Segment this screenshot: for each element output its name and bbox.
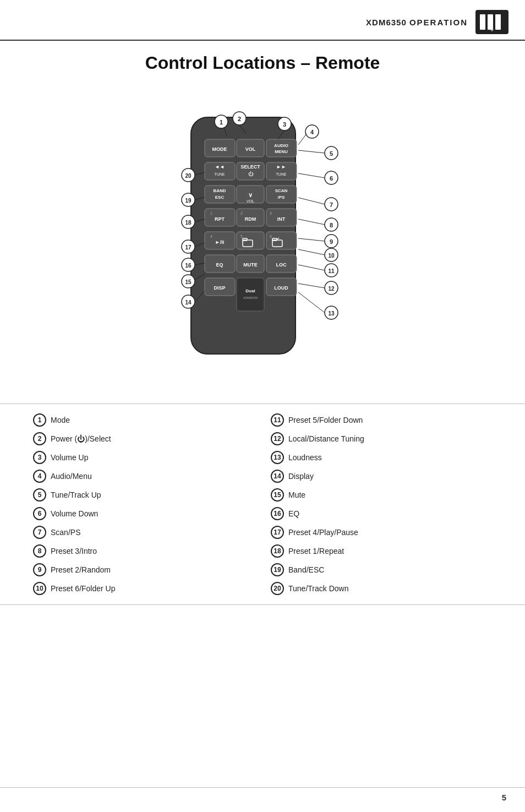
legend-item: 12Local/Distance Tuning — [271, 430, 492, 447]
legend-num: 7 — [33, 526, 46, 539]
svg-text:LOUD: LOUD — [274, 285, 288, 291]
svg-text:INT: INT — [277, 216, 286, 222]
svg-line-87 — [298, 219, 325, 225]
legend-num: 16 — [271, 507, 284, 520]
header: XDM6350 OPERATION ® — [0, 0, 525, 41]
legend-label: Band/ESC — [288, 565, 324, 574]
svg-text:1: 1 — [210, 211, 212, 215]
section-name: OPERATION — [409, 18, 468, 27]
svg-text:⏻: ⏻ — [248, 171, 254, 177]
svg-text:19: 19 — [185, 198, 192, 204]
svg-text:3: 3 — [270, 211, 272, 215]
legend-num: 18 — [271, 544, 284, 558]
legend-num: 19 — [271, 563, 284, 576]
legend-label: Audio/Menu — [51, 472, 92, 481]
legend-label: EQ — [288, 509, 299, 518]
legend-num: 9 — [33, 563, 46, 576]
svg-text:18: 18 — [185, 220, 192, 226]
svg-text:®: ® — [490, 28, 494, 32]
svg-text:2: 2 — [240, 211, 243, 215]
svg-text:∨: ∨ — [248, 192, 253, 198]
svg-rect-1 — [488, 14, 493, 30]
svg-text:17: 17 — [185, 244, 192, 250]
svg-text:XDM6350: XDM6350 — [243, 296, 258, 299]
legend-num: 15 — [271, 488, 284, 502]
svg-line-75 — [298, 134, 307, 145]
svg-text:SELECT: SELECT — [240, 164, 260, 170]
svg-text:DISP: DISP — [214, 285, 225, 291]
svg-text:MUTE: MUTE — [243, 262, 258, 268]
legend-item: 14Display — [271, 468, 492, 484]
legend-item: 3Volume Up — [33, 449, 254, 466]
svg-text:5: 5 — [330, 150, 333, 157]
svg-text:7: 7 — [330, 201, 333, 208]
legend-item: 11Preset 5/Folder Down — [271, 412, 492, 428]
svg-text:3: 3 — [283, 121, 286, 128]
svg-line-99 — [298, 284, 325, 288]
svg-text:TUNE: TUNE — [276, 172, 286, 176]
svg-line-81 — [298, 173, 325, 178]
remote-svg: MODE VOL AUDIO MENU ◄◄ TUNE SELECT ⏻ ►► … — [103, 84, 422, 398]
svg-text:6: 6 — [270, 235, 272, 238]
legend-label: Display — [288, 472, 314, 481]
legend-label: Volume Down — [51, 509, 98, 518]
svg-text:2: 2 — [238, 116, 241, 122]
svg-text:SCAN: SCAN — [275, 188, 288, 193]
legend-label: Preset 2/Random — [51, 565, 111, 574]
svg-line-93 — [298, 249, 325, 255]
legend-item: 6Volume Down — [33, 505, 254, 522]
legend-num: 13 — [271, 451, 284, 464]
legend: 1Mode11Preset 5/Folder Down2Power (⏻)/Se… — [0, 404, 525, 605]
legend-item: 4Audio/Menu — [33, 468, 254, 484]
svg-line-96 — [298, 265, 325, 270]
svg-rect-9 — [266, 139, 297, 157]
legend-item: 15Mute — [271, 487, 492, 503]
legend-num: 10 — [33, 582, 46, 595]
svg-rect-0 — [480, 14, 485, 30]
legend-item: 16EQ — [271, 505, 492, 522]
legend-item: 2Power (⏻)/Select — [33, 430, 254, 447]
legend-label: Preset 5/Folder Down — [288, 416, 363, 424]
svg-rect-59 — [237, 278, 264, 311]
svg-text:TUNE: TUNE — [214, 172, 225, 176]
svg-text:RPT: RPT — [215, 216, 225, 222]
legend-label: Loudness — [288, 453, 322, 462]
legend-num: 1 — [33, 413, 46, 427]
svg-text:13: 13 — [328, 310, 335, 317]
remote-diagram-area: MODE VOL AUDIO MENU ◄◄ TUNE SELECT ⏻ ►► … — [0, 79, 525, 404]
svg-text:VOL: VOL — [245, 146, 256, 152]
legend-num: 3 — [33, 451, 46, 464]
svg-text:EQ: EQ — [216, 262, 223, 268]
legend-label: Volume Up — [51, 453, 88, 462]
svg-text:AUDIO: AUDIO — [274, 143, 288, 148]
svg-text:10: 10 — [328, 253, 335, 259]
legend-label: Tune/Track Up — [51, 491, 101, 499]
svg-text:15: 15 — [185, 279, 192, 285]
svg-line-84 — [298, 198, 325, 204]
svg-text:11: 11 — [328, 268, 335, 274]
svg-text:12: 12 — [328, 286, 335, 292]
legend-item: 7Scan/PS — [33, 524, 254, 541]
legend-label: Power (⏻)/Select — [51, 434, 111, 443]
svg-line-102 — [298, 292, 325, 313]
legend-item: 1Mode — [33, 412, 254, 428]
svg-text:ESC: ESC — [215, 195, 225, 200]
legend-item: 13Loudness — [271, 449, 492, 466]
svg-text:6: 6 — [330, 175, 333, 182]
legend-label: Preset 1/Repeat — [288, 547, 344, 555]
legend-item: 19Band/ESC — [271, 562, 492, 578]
legend-item: 20Tune/Track Down — [271, 580, 492, 597]
svg-line-78 — [298, 150, 325, 153]
legend-item: 9Preset 2/Random — [33, 562, 254, 578]
svg-text:9: 9 — [330, 238, 333, 245]
legend-label: Preset 4/Play/Pause — [288, 528, 358, 537]
legend-num: 11 — [271, 413, 284, 427]
legend-item: 8Preset 3/Intro — [33, 543, 254, 559]
svg-text:16: 16 — [185, 263, 192, 269]
legend-num: 20 — [271, 582, 284, 595]
legend-label: Tune/Track Down — [288, 584, 348, 593]
svg-text:VOL: VOL — [247, 199, 254, 203]
svg-text:4: 4 — [310, 129, 314, 135]
dual-logo: ® — [475, 10, 508, 34]
svg-text:MENU: MENU — [275, 149, 288, 154]
